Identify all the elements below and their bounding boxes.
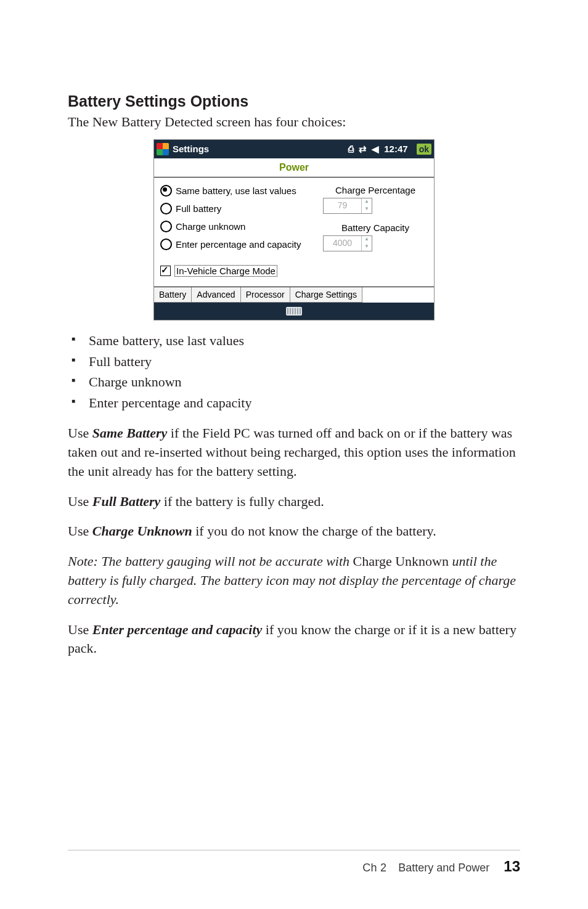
- window-title: Settings: [173, 140, 209, 158]
- tab-charge-settings[interactable]: Charge Settings: [290, 287, 362, 303]
- settings-window: Settings ⎙ ⇄ ◀ 12:47 ok Power Same: [154, 140, 434, 320]
- charge-pct-value: 79: [324, 198, 361, 213]
- paragraph-note: Note: The battery gauging will not be ac…: [68, 552, 520, 609]
- paragraph-enter-pct: Use Enter percentage and capacity if you…: [68, 621, 520, 659]
- checkbox-icon: [160, 266, 171, 276]
- start-flag-icon[interactable]: [157, 143, 169, 155]
- tab-battery[interactable]: Battery: [154, 287, 192, 303]
- radio-label: Enter percentage and capacity: [176, 239, 301, 250]
- radio-same-battery[interactable]: Same battery, use last values: [160, 185, 321, 197]
- sip-bar: [154, 303, 434, 320]
- radio-icon: [160, 238, 172, 250]
- list-item: Charge unknown: [85, 372, 520, 392]
- signal-icon[interactable]: ⎙: [348, 144, 354, 153]
- paragraph-charge-unknown: Use Charge Unknown if you do not know th…: [68, 522, 520, 541]
- paragraph-full-battery: Use Full Battery if the battery is fully…: [68, 492, 520, 512]
- sync-icon[interactable]: ⇄: [359, 144, 367, 153]
- footer-page-number: 13: [504, 858, 520, 874]
- paragraph-same-battery: Use Same Battery if the Field PC was tur…: [68, 424, 520, 481]
- battery-cap-label: Battery Capacity: [323, 222, 428, 233]
- radio-enter-pct-cap[interactable]: Enter percentage and capacity: [160, 238, 321, 250]
- radio-label: Charge unknown: [176, 221, 245, 232]
- status-tray: ⎙ ⇄ ◀ 12:47 ok: [348, 140, 431, 158]
- bullet-list: Same battery, use last values Full batte…: [68, 331, 520, 414]
- radio-charge-unknown[interactable]: Charge unknown: [160, 221, 321, 232]
- section-heading: Battery Settings Options: [68, 92, 520, 110]
- list-item: Full battery: [85, 352, 520, 372]
- footer-chapter-label: Ch 2: [362, 862, 386, 874]
- radio-full-battery[interactable]: Full battery: [160, 203, 321, 214]
- radio-icon: [160, 203, 172, 214]
- radio-label: Full battery: [176, 203, 221, 214]
- radio-icon: [160, 221, 172, 232]
- list-item: Same battery, use last values: [85, 331, 520, 351]
- charge-pct-field[interactable]: 79 ▲▼: [323, 198, 372, 214]
- battery-cap-value: 4000: [324, 236, 361, 251]
- tab-advanced[interactable]: Advanced: [192, 287, 240, 303]
- clock[interactable]: 12:47: [384, 140, 407, 158]
- window-titlebar: Settings ⎙ ⇄ ◀ 12:47 ok: [154, 140, 434, 158]
- panel-body: Same battery, use last values Full batte…: [154, 177, 434, 287]
- volume-icon[interactable]: ◀: [372, 144, 379, 153]
- list-item: Enter percentage and capacity: [85, 393, 520, 413]
- battery-cap-field[interactable]: 4000 ▲▼: [323, 235, 372, 251]
- spinner-icon[interactable]: ▲▼: [361, 198, 372, 213]
- footer-chapter-title: Battery and Power: [398, 862, 489, 874]
- page-footer: Ch 2 Battery and Power 13: [68, 850, 520, 875]
- intro-text: The New Battery Detected screen has four…: [68, 113, 520, 131]
- charge-pct-label: Charge Percentage: [323, 185, 428, 195]
- spinner-icon[interactable]: ▲▼: [361, 236, 372, 251]
- in-vehicle-checkbox[interactable]: In-Vehicle Charge Mode: [160, 265, 428, 277]
- radio-icon: [160, 185, 172, 197]
- ok-button[interactable]: ok: [417, 144, 431, 155]
- radio-label: Same battery, use last values: [176, 185, 296, 196]
- keyboard-icon[interactable]: [286, 307, 302, 316]
- screenshot-figure: Settings ⎙ ⇄ ◀ 12:47 ok Power Same: [68, 140, 520, 320]
- checkbox-label: In-Vehicle Charge Mode: [174, 265, 277, 277]
- tab-processor[interactable]: Processor: [241, 287, 290, 303]
- panel-title: Power: [154, 158, 434, 177]
- tab-bar: Battery Advanced Processor Charge Settin…: [154, 287, 434, 303]
